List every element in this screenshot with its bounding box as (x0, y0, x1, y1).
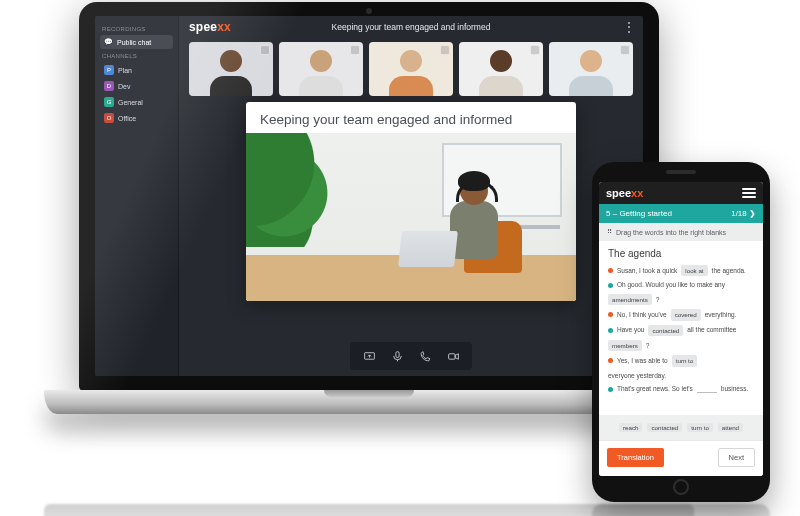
presentation-stage: Keeping your team engaged and informed (179, 102, 643, 376)
brand-logo: speexx (606, 187, 643, 199)
filled-blank[interactable]: contacted (648, 325, 683, 336)
exercise-line: No, I think you'vecoveredeverything. (608, 309, 754, 320)
phone-reflection (592, 504, 770, 516)
share-screen-button[interactable] (360, 347, 378, 365)
chat-icon: 💬 (104, 38, 113, 46)
filled-blank[interactable]: turn to (672, 355, 698, 366)
channel-label: Dev (118, 83, 130, 90)
sidebar-channel[interactable]: O Office (100, 110, 173, 126)
filled-blank[interactable]: members (608, 340, 642, 351)
more-menu-icon[interactable]: ⋮ (623, 21, 635, 33)
word-chip[interactable]: reach (619, 423, 642, 432)
empty-blank[interactable] (697, 385, 717, 393)
meeting-main: speexx Keeping your team engaged and inf… (179, 16, 643, 376)
brand-prefix: spee (606, 187, 631, 199)
slide-title: Keeping your team engaged and informed (246, 102, 576, 133)
line-text: everyone yesterday. (608, 371, 666, 381)
pin-icon[interactable] (260, 45, 270, 55)
sidebar-channel[interactable]: G General (100, 94, 173, 110)
line-text: No, I think you've (617, 310, 667, 320)
filled-blank[interactable]: amendments (608, 294, 652, 305)
sidebar-channel[interactable]: P Plan (100, 62, 173, 78)
participant-tiles (179, 38, 643, 102)
participant-tile[interactable] (279, 42, 363, 96)
meeting-title: Keeping your team engaged and informed (332, 22, 491, 32)
exercise-heading: The agenda (608, 248, 754, 259)
drag-icon: ⠿ (607, 228, 612, 236)
meeting-app: RECORDINGS 💬 Public chat CHANNELS P Plan… (95, 16, 643, 376)
channel-badge: P (104, 65, 114, 75)
participant-tile[interactable] (189, 42, 273, 96)
pin-icon[interactable] (350, 45, 360, 55)
translation-button[interactable]: Translation (607, 448, 664, 467)
sidebar-item-label: Public chat (117, 39, 151, 46)
svg-rect-2 (448, 353, 455, 358)
lesson-title: 5 – Getting started (606, 209, 672, 218)
laptop-notch (324, 390, 414, 397)
hint-text: Drag the words into the right blanks (616, 229, 726, 236)
exercise-hint: ⠿ Drag the words into the right blanks (599, 223, 763, 241)
filled-blank[interactable]: covered (671, 309, 701, 320)
sidebar-channel[interactable]: D Dev (100, 78, 173, 94)
sidebar-section-channels: CHANNELS (102, 53, 173, 59)
sidebar-item-public-chat[interactable]: 💬 Public chat (100, 35, 173, 49)
participant-tile[interactable] (459, 42, 543, 96)
pin-icon[interactable] (440, 45, 450, 55)
menu-icon[interactable] (742, 188, 756, 198)
exercise-line: That's great news. So let'sbusiness. (608, 384, 754, 394)
line-text: everything. (705, 310, 737, 320)
chevron-right-icon[interactable]: ❯ (749, 209, 756, 218)
line-text: ? (656, 295, 660, 305)
speaker-dot (608, 328, 613, 333)
pin-icon[interactable] (620, 45, 630, 55)
word-bank: reachcontactedturn toattend (599, 415, 763, 440)
line-text: Yes, I was able to (617, 356, 668, 366)
exercise-line: Oh good. Would you like to make anyamend… (608, 280, 754, 305)
phone-button[interactable] (416, 347, 434, 365)
word-chip[interactable]: attend (718, 423, 743, 432)
channel-label: Office (118, 115, 136, 122)
mobile-footer: Translation Next (599, 440, 763, 476)
line-text: business. (721, 384, 748, 394)
phone-speaker (666, 170, 696, 174)
speaker-dot (608, 387, 613, 392)
call-controls (350, 342, 472, 370)
shared-slide[interactable]: Keeping your team engaged and informed (246, 102, 576, 301)
line-text: Have you (617, 325, 644, 335)
participant-tile[interactable] (369, 42, 453, 96)
line-text: Oh good. Would you like to make any (617, 280, 725, 290)
channel-badge: O (104, 113, 114, 123)
line-text: the agenda. (712, 266, 746, 276)
meeting-topbar: speexx Keeping your team engaged and inf… (179, 16, 643, 38)
word-chip[interactable]: contacted (647, 423, 682, 432)
channel-label: Plan (118, 67, 132, 74)
line-text: ? (646, 341, 650, 351)
svg-rect-1 (395, 351, 398, 357)
exercise-line: Have youcontactedall the committeemember… (608, 325, 754, 352)
progress-count: 1/18 (731, 209, 747, 218)
next-button[interactable]: Next (718, 448, 755, 467)
mobile-app: speexx 5 – Getting started 1/18 ❯ ⠿ Drag… (599, 182, 763, 476)
sidebar-section-recordings: RECORDINGS (102, 26, 173, 32)
mic-button[interactable] (388, 347, 406, 365)
slide-image (246, 133, 576, 301)
word-chip[interactable]: turn to (687, 423, 713, 432)
phone-home-button[interactable] (673, 479, 689, 495)
speaker-dot (608, 268, 613, 273)
brand-suffix: xx (217, 20, 231, 34)
lesson-progress: 1/18 ❯ (731, 209, 756, 218)
mobile-topbar: speexx (599, 182, 763, 204)
lesson-header[interactable]: 5 – Getting started 1/18 ❯ (599, 204, 763, 223)
video-button[interactable] (444, 347, 462, 365)
exercise-body: The agenda Susan, I took a quicklook att… (599, 241, 763, 415)
filled-blank[interactable]: look at (681, 265, 707, 276)
line-text: That's great news. So let's (617, 384, 693, 394)
channel-badge: G (104, 97, 114, 107)
lesson-number: 5 (606, 209, 610, 218)
laptop-camera (366, 8, 372, 14)
line-text: Susan, I took a quick (617, 266, 677, 276)
pin-icon[interactable] (530, 45, 540, 55)
participant-tile[interactable] (549, 42, 633, 96)
phone-device: speexx 5 – Getting started 1/18 ❯ ⠿ Drag… (592, 162, 770, 502)
exercise-line: Susan, I took a quicklook atthe agenda. (608, 265, 754, 276)
